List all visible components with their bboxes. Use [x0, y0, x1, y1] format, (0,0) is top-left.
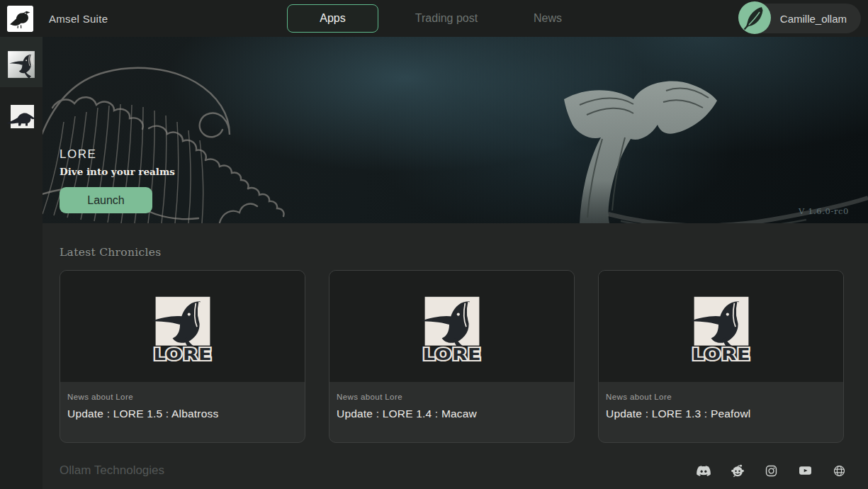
latest-chronicles-heading: Latest Chronicles — [60, 246, 849, 259]
lore-logo-icon — [418, 296, 486, 365]
app-title: Amsel Suite — [49, 13, 108, 25]
app-window: Amsel Suite Apps Trading post News Camil… — [0, 0, 868, 489]
sidebar-item-trading[interactable] — [0, 87, 43, 133]
chronicles-cards: News about Lore Update : LORE 1.5 : Alba… — [60, 270, 849, 443]
lore-logo-icon — [149, 296, 217, 365]
card-title: Update : LORE 1.5 : Albatross — [67, 408, 298, 420]
lore-logo-icon — [687, 296, 755, 365]
lore-hero-banner: LORE Dive into your realms Launch V 1.6.… — [43, 37, 868, 223]
lore-whale-icon — [6, 50, 36, 79]
hero-content: LORE Dive into your realms Launch — [60, 147, 175, 213]
card-image — [599, 271, 843, 382]
card-info: News about Lore Update : LORE 1.5 : Alba… — [60, 382, 305, 420]
card-category: News about Lore — [67, 393, 298, 401]
card-info: News about Lore Update : LORE 1.3 : Peaf… — [599, 382, 843, 420]
tab-apps[interactable]: Apps — [287, 4, 378, 33]
chronicle-card[interactable]: News about Lore Update : LORE 1.5 : Alba… — [60, 270, 305, 443]
globe-icon[interactable] — [833, 464, 846, 478]
card-category: News about Lore — [337, 393, 567, 401]
brand: Amsel Suite — [0, 6, 108, 32]
card-image — [329, 271, 574, 382]
amsel-bird-logo-icon — [7, 6, 33, 32]
card-title: Update : LORE 1.3 : Peafowl — [606, 408, 836, 420]
hero-subtitle: Dive into your realms — [60, 166, 175, 177]
instagram-icon[interactable] — [765, 464, 778, 478]
user-name: Camille_ollam — [780, 13, 847, 25]
discord-icon[interactable] — [697, 463, 711, 478]
sidebar-item-lore[interactable] — [0, 37, 43, 87]
tab-news[interactable]: News — [523, 4, 573, 33]
company-name: Ollam Technologies — [60, 463, 164, 478]
footer: Ollam Technologies — [60, 455, 849, 489]
feather-icon — [738, 1, 771, 34]
app-sidebar — [0, 37, 43, 489]
whale-tail-artwork — [473, 37, 868, 223]
hero-title: LORE — [60, 147, 175, 162]
shell: LORE Dive into your realms Launch V 1.6.… — [0, 37, 868, 489]
social-links — [697, 463, 849, 478]
tab-trading-post[interactable]: Trading post — [404, 4, 489, 33]
content-area: Latest Chronicles News about Lore Update… — [43, 223, 868, 489]
version-label: V 1.6.0-rc0 — [799, 206, 849, 216]
boar-icon — [6, 101, 37, 133]
card-category: News about Lore — [606, 393, 836, 401]
top-bar: Amsel Suite Apps Trading post News Camil… — [0, 0, 868, 37]
main-tabs: Apps Trading post News — [287, 4, 573, 33]
card-image — [60, 271, 305, 382]
chronicle-card[interactable]: News about Lore Update : LORE 1.3 : Peaf… — [598, 270, 844, 443]
launch-button[interactable]: Launch — [60, 187, 152, 213]
main-area: LORE Dive into your realms Launch V 1.6.… — [43, 37, 868, 489]
card-info: News about Lore Update : LORE 1.4 : Maca… — [329, 382, 574, 420]
reddit-icon[interactable] — [731, 463, 745, 478]
user-chip[interactable]: Camille_ollam — [739, 4, 861, 33]
card-title: Update : LORE 1.4 : Macaw — [337, 408, 567, 420]
youtube-icon[interactable] — [798, 463, 813, 478]
chronicle-card[interactable]: News about Lore Update : LORE 1.4 : Maca… — [329, 270, 575, 443]
